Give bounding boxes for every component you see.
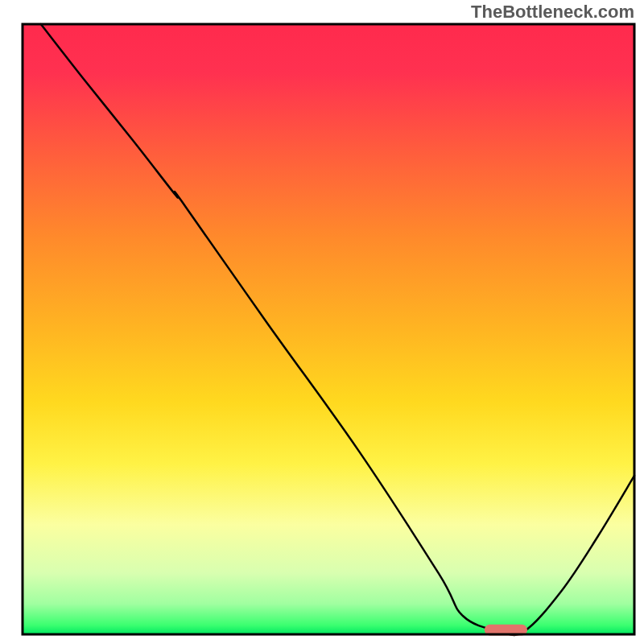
chart-container: TheBottleneck.com bbox=[0, 0, 644, 644]
watermark-text: TheBottleneck.com bbox=[471, 2, 634, 23]
bottleneck-chart bbox=[0, 0, 644, 644]
